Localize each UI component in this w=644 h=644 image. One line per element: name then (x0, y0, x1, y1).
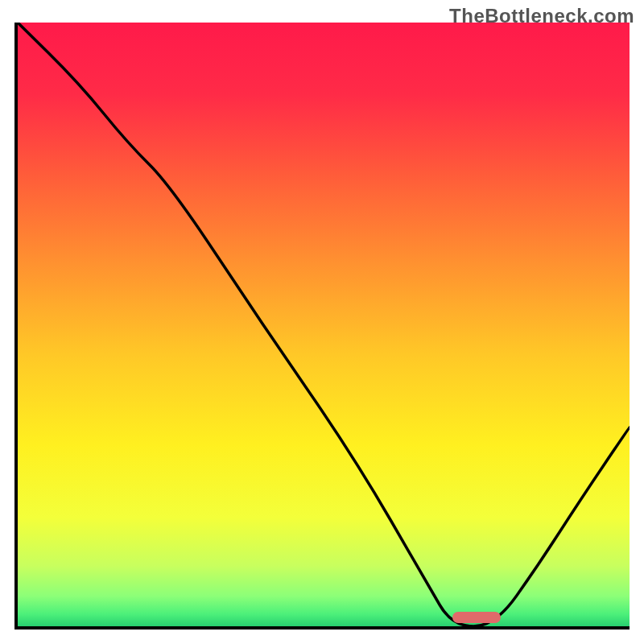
curve-path (18, 23, 630, 626)
chart-stage: TheBottleneck.com (0, 0, 644, 644)
plot-area (14, 23, 630, 630)
bottleneck-curve (18, 23, 630, 626)
optimal-marker (452, 612, 502, 623)
